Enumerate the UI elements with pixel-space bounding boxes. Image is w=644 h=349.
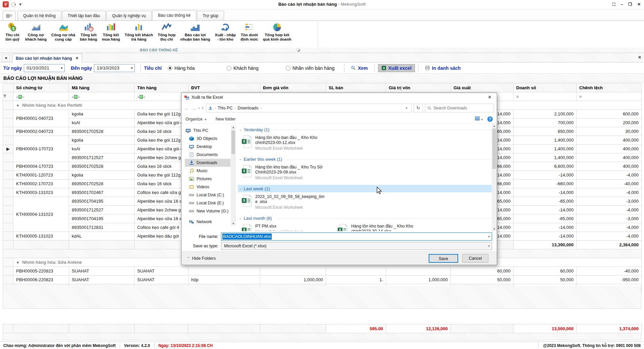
app-menu-button[interactable]: ▤▿ [3, 11, 15, 20]
column-header[interactable]: ĐVT [189, 84, 260, 92]
table-row[interactable]: PBH00005-220823SUAHATSUAHAT60,00060,000-… [3, 267, 642, 276]
chevron-down-icon[interactable]: ▾ [488, 235, 490, 238]
print-list-button[interactable]: In danh sách [422, 64, 464, 72]
organize-button[interactable]: Organize▼ [185, 117, 207, 121]
file-item[interactable]: XHàng tồn kho ban đầu _ Kho Kho chính202… [238, 133, 334, 153]
chevron-down-icon[interactable]: ▼ [129, 66, 135, 70]
sidebar-item-desktop[interactable]: Desktop [185, 143, 230, 151]
sidebar-item-new-volume-g-[interactable]: New Volume (G:) [185, 207, 230, 215]
ribbon-button-bars4[interactable]: Tổng kếtmua hàng [99, 21, 122, 47]
file-group-header[interactable]: ⌄Yesterday (1) [238, 126, 497, 133]
dialog-title-bar[interactable]: Xuất ra file Excel [181, 93, 497, 102]
file-list-scrollbar[interactable]: ▲ ▼ [492, 124, 497, 231]
fit-screen-icon[interactable]: ⛶ [612, 2, 615, 7]
column-header[interactable]: Doanh số [514, 84, 577, 92]
radio-hàng-hóa[interactable]: Hàng hóa [168, 65, 221, 71]
help-icon[interactable]: ? [487, 116, 493, 122]
filter-cell[interactable]: = [577, 92, 642, 101]
search-box[interactable] [425, 104, 494, 112]
new-folder-button[interactable]: New folder [216, 117, 236, 121]
file-group-header[interactable]: ⌄Last month (6) [238, 214, 497, 222]
ribbon-button-cycle[interactable]: Xuất - nhập- tồn kho [212, 21, 238, 47]
resize-grip[interactable]: ⋱ [493, 247, 496, 251]
table-row[interactable]: PBH00006-220823SUAHATSUAHAThộp1,000,0001… [3, 276, 642, 284]
chevron-down-icon[interactable]: ▼ [59, 66, 64, 70]
column-header[interactable]: Giá xuất [451, 84, 514, 92]
sidebar-item-local-disk-e-[interactable]: Local Disk (E:) [185, 199, 230, 207]
forward-icon[interactable]: → [191, 105, 196, 111]
breadcrumb-this-pc[interactable]: This PC [218, 106, 232, 110]
ribbon-button-area1[interactable]: Công nợkhách hàng [23, 21, 49, 47]
up-icon[interactable]: ↑ [202, 105, 204, 111]
scroll-down-icon[interactable]: ▼ [492, 228, 497, 231]
breadcrumb-downloads[interactable]: Downloads [237, 106, 258, 110]
filter-funnel-cell[interactable] [3, 92, 13, 101]
export-excel-button[interactable]: X Xuất excel [378, 64, 415, 72]
dialog-close-icon[interactable]: ✕ [483, 93, 497, 102]
cancel-button[interactable]: Cancel [462, 254, 488, 263]
file-group-header[interactable]: ⌄Last week (1) [238, 185, 497, 192]
ribbon-button-levels[interactable]: Tồn dướiđịnh mức [238, 21, 260, 47]
hide-folders-button[interactable]: ⌃ Hide Folders [187, 256, 216, 261]
save-button[interactable]: Save [429, 254, 458, 263]
address-bar[interactable]: › This PC › Downloads › ▾ [206, 104, 412, 112]
collapse-icon[interactable]: ▼ [16, 104, 19, 107]
column-header[interactable]: Đơn giá vốn [260, 84, 326, 92]
column-header[interactable]: Số chứng từ [13, 84, 69, 92]
sidebar-item-documents[interactable]: Documents [185, 151, 230, 159]
filter-cell[interactable]: ABC [135, 92, 189, 101]
ribbon-button-barsClock[interactable]: Tổng kếtbán hàng [77, 21, 99, 47]
view-mode-button[interactable]: ▾ [475, 116, 483, 121]
back-icon[interactable]: ← [184, 105, 189, 111]
ribbon-tab[interactable]: Báo cáo thống kê [152, 10, 196, 20]
column-header[interactable]: Mã hàng [69, 84, 135, 92]
history-chevron-icon[interactable]: ▾ [198, 107, 200, 110]
file-name-input[interactable]: BAOCAOLOINHUAN.xlsx ▾ [221, 233, 492, 241]
tabbar-close-icon[interactable]: ✕ [638, 55, 641, 60]
file-item[interactable]: XHàng tồn kho ban đầu _ Kho Trụ Sở Chính… [238, 163, 334, 183]
sidebar-item-local-disk-c-[interactable]: Local Disk (C:) [185, 191, 230, 199]
ribbon-button-pie[interactable]: Tổng hợp kếtquả kinh doanh [261, 21, 294, 47]
to-date-input[interactable]: 13/10/2023▼ [94, 64, 135, 72]
column-header[interactable]: Chênh lệch [577, 84, 642, 92]
address-chevron-icon[interactable]: ▾ [404, 106, 409, 110]
ribbon-button-steps[interactable]: Báo cáo lợinhuận bán hàng [178, 21, 213, 47]
chevron-down-icon[interactable]: ▾ [488, 244, 490, 248]
scroll-up-icon[interactable]: ▲ [231, 126, 236, 129]
minimize-icon[interactable]: – [621, 2, 623, 7]
from-date-input[interactable]: 01/10/2021▼ [24, 64, 65, 72]
tab-bao-cao-loi-nhuan[interactable]: Báo cáo lợi nhuận bán hàng ✕ [12, 54, 82, 62]
collapse-icon[interactable]: ▼ [16, 261, 19, 264]
ribbon-button-area2[interactable]: Công nợ nhàcung cấp [49, 21, 77, 47]
sidebar-item-downloads[interactable]: Downloads [185, 159, 230, 167]
ribbon-tab[interactable]: Quản trị hệ thống [17, 11, 61, 21]
save-as-type-select[interactable]: Microsoft Excel (*.xlsx) ▾ [221, 242, 492, 250]
sidebar-item-network[interactable]: Network [185, 218, 230, 226]
ribbon-tab[interactable]: Trợ giúp [197, 11, 224, 21]
sidebar-item-videos[interactable]: Videos [185, 183, 230, 191]
file-group-header[interactable]: ⌄Earlier this week (1) [238, 155, 497, 163]
ribbon-button-bars2[interactable]: Tổng kết kháchtrả hàng [122, 21, 155, 47]
sidebar-item-this-pc[interactable]: This PC [185, 127, 230, 135]
refresh-icon[interactable]: ↻ [414, 104, 423, 112]
column-header[interactable]: Tên hàng [135, 84, 189, 92]
ribbon-tab[interactable]: Thiết lập ban đầu [62, 11, 106, 21]
sidebar-item-pictures[interactable]: Pictures [185, 175, 230, 183]
sidebar-item-3d-objects[interactable]: 3D Objects [185, 135, 230, 143]
radio-khách-hàng[interactable]: Khách hàng [227, 65, 280, 71]
scroll-up-icon[interactable]: ▲ [492, 124, 497, 128]
scroll-down-icon[interactable]: ▼ [231, 222, 236, 225]
ribbon-tab[interactable]: Quản lý nghiệp vụ [106, 11, 152, 21]
file-item[interactable]: XPT PM.xlsxMicrosoft Excel Worksheet [238, 222, 334, 231]
sidebar-item-music[interactable]: Music [185, 167, 230, 175]
file-item[interactable]: X2023_10_02_09_59_58_keeping_time .xlsxM… [238, 192, 334, 212]
filter-cell[interactable]: ABC [13, 92, 69, 101]
ribbon-button-zigzag[interactable]: Tổng hợpthu chi [155, 21, 178, 47]
view-button[interactable]: Xem [348, 64, 371, 72]
sidebar-scrollbar[interactable]: ▲ ▼ [231, 125, 236, 226]
close-icon[interactable]: ✕ [637, 2, 641, 7]
search-input[interactable] [433, 106, 487, 110]
close-all-tabs-button[interactable]: ✕ [2, 55, 10, 61]
restore-icon[interactable]: ❐ [628, 2, 632, 7]
ribbon-button-coins[interactable]: €$Thu chitồn quỹ [2, 21, 23, 47]
